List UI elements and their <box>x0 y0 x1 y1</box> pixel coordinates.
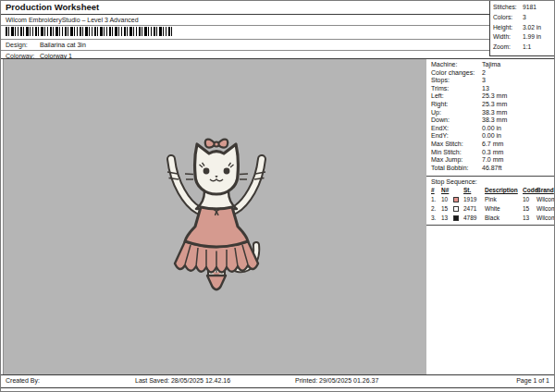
info-row-right: Right:25.3 mm <box>426 101 554 109</box>
row2-n: 15 <box>441 204 453 214</box>
stop-sequence-section: Stop Sequence: # N# St. Description Code… <box>426 176 554 226</box>
row1-n: 10 <box>441 195 453 204</box>
row3-description: Black <box>485 214 523 223</box>
row2-code: 15 <box>523 204 536 214</box>
thread-color-swatch <box>453 215 459 221</box>
design-stats-box: Stitches:9181 Colors:3 Height:3.02 in Wi… <box>489 1 554 56</box>
design-preview-cat <box>153 136 280 295</box>
page-number: Page 1 of 1 <box>516 375 549 386</box>
app-subtitle: Wilcom EmbroideryStudio – Level 3 Advanc… <box>1 15 489 26</box>
col-description: Description <box>485 186 523 195</box>
row1-description: Pink <box>485 195 523 204</box>
row3-num: 3. <box>431 214 441 223</box>
row2-num: 2. <box>431 204 441 214</box>
info-row-up: Up:38.3 mm <box>426 109 554 117</box>
col-st: St. <box>463 186 485 195</box>
info-row-down: Down:38.3 mm <box>426 116 554 125</box>
row1-num: 1. <box>431 195 441 204</box>
header-left: Production Worksheet Wilcom EmbroiderySt… <box>1 1 489 58</box>
col-num: # <box>431 186 441 195</box>
design-canvas <box>3 59 426 375</box>
stop-sequence-table: # N# St. Description Code Brand 1. 10 19… <box>426 186 554 223</box>
info-row-color-changes: Color changes:2 <box>426 69 554 78</box>
design-row: Design: Bailarina cat 3in <box>1 40 489 51</box>
row1-st: 1919 <box>463 195 485 204</box>
stop-sequence-title: Stop Sequence: <box>426 178 554 186</box>
production-worksheet-page: Production Worksheet Wilcom EmbroiderySt… <box>0 0 555 392</box>
created-by-label: Created By: <box>6 375 40 386</box>
stat-colors: Colors:3 <box>493 13 552 23</box>
info-row-max-stitch: Max Stitch:6.7 mm <box>426 141 554 149</box>
row1-code: 10 <box>523 195 536 204</box>
barcode-icon <box>6 27 172 36</box>
row2-st: 2471 <box>463 204 485 214</box>
col-brand: Brand <box>536 186 555 195</box>
stat-height: Height:3.02 in <box>493 23 552 33</box>
header: Production Worksheet Wilcom EmbroiderySt… <box>1 1 554 59</box>
design-value: Bailarina cat 3in <box>40 40 86 50</box>
row3-st: 4789 <box>463 214 485 223</box>
ballerina-cat-graphic <box>153 136 280 295</box>
info-row-min-stitch: Min Stitch:0.3 mm <box>426 149 554 157</box>
last-saved-text: Last Saved: 28/05/2025 12.42.16 <box>135 375 230 386</box>
thread-color-swatch <box>453 206 459 212</box>
design-label: Design: <box>6 40 40 50</box>
thread-color-swatch <box>453 197 459 202</box>
row2-brand: Wilcom <box>536 204 555 214</box>
col-code: Code <box>523 186 536 195</box>
stat-width: Width:1.99 in <box>493 32 552 43</box>
barcode-row <box>1 26 489 40</box>
stat-zoom: Zoom:1:1 <box>493 43 552 53</box>
printed-text: Printed: 29/05/2025 01.26.37 <box>295 375 378 386</box>
row3-brand: Wilcom <box>536 214 555 223</box>
info-row-endx: EndX:0.00 in <box>426 125 554 133</box>
row1-brand: Wilcom <box>536 195 555 204</box>
row3-code: 13 <box>523 214 536 223</box>
page-title: Production Worksheet <box>1 1 489 15</box>
stat-stitches: Stitches:9181 <box>493 3 552 13</box>
col-n: N# <box>441 186 453 195</box>
info-row-machine: Machine:Tajima <box>426 61 554 69</box>
main-area: Machine:Tajima Color changes:2 Stops:3 T… <box>1 59 554 375</box>
machine-info-panel: Machine:Tajima Color changes:2 Stops:3 T… <box>426 59 554 375</box>
info-row-max-jump: Max Jump:7.0 mm <box>426 156 554 165</box>
row2-description: White <box>485 204 523 214</box>
row3-n: 13 <box>441 214 453 223</box>
info-row-stops: Stops:3 <box>426 77 554 85</box>
info-row-endy: EndY:0.00 in <box>426 132 554 141</box>
info-row-total-bobbin: Total Bobbin:46.87ft <box>426 165 554 173</box>
info-row-left: Left:25.3 mm <box>426 92 554 101</box>
info-row-trims: Trims:13 <box>426 85 554 93</box>
footer: Created By: Last Saved: 28/05/2025 12.42… <box>1 374 554 388</box>
